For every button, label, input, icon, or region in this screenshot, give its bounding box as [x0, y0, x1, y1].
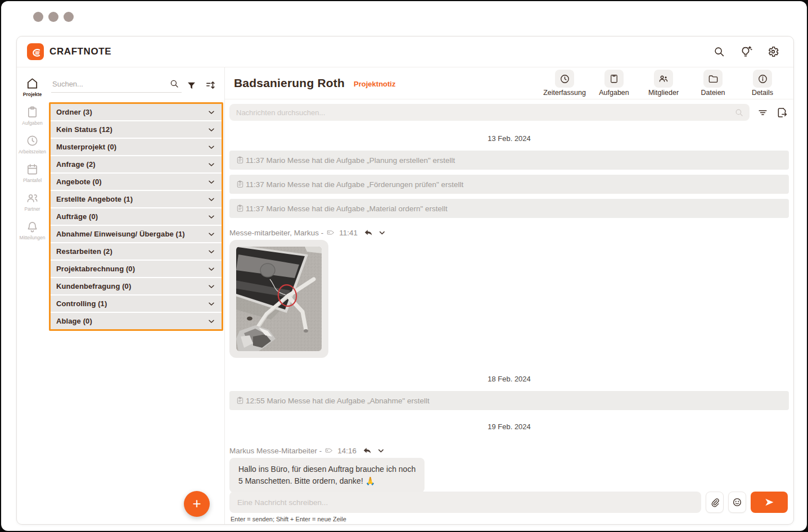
window-dot[interactable]	[64, 12, 74, 22]
chevron-down-icon	[207, 317, 216, 326]
folder-row-projektabrechnung[interactable]: Projektabrechnung (0)	[51, 261, 222, 277]
message-author: Messe-mitarbeiter, Markus -	[229, 229, 323, 237]
sidebar-item-mitteilungen[interactable]: Mitteilungen	[17, 220, 48, 240]
reply-icon[interactable]	[362, 445, 372, 456]
send-button[interactable]	[751, 492, 788, 513]
calendar-icon	[26, 162, 39, 176]
clock-icon	[26, 134, 39, 147]
plus-icon: +	[192, 496, 201, 511]
photo-attachment[interactable]	[229, 240, 328, 358]
folder-row-anfrage[interactable]: Anfrage (2)	[51, 156, 222, 172]
folder-row-ablage[interactable]: Ablage (0)	[51, 313, 222, 329]
folder-row-angebote[interactable]: Angebote (0)	[51, 174, 222, 190]
tag-icon	[325, 446, 334, 455]
project-detail-area: Badsanierung Roth Projektnotiz Zeiterfas…	[225, 67, 793, 524]
window-dot[interactable]	[33, 12, 43, 22]
emoji-button[interactable]	[728, 492, 746, 513]
sidebar-item-aufgaben[interactable]: Aufgaben	[17, 105, 48, 126]
folder-row-auftraege[interactable]: Aufträge (0)	[51, 208, 222, 225]
window-dot[interactable]	[48, 12, 58, 22]
date-separator: 19 Feb. 2024	[229, 422, 789, 431]
chevron-down-icon	[207, 247, 216, 256]
nav-item-label: Partner	[25, 206, 40, 212]
page-title: Badsanierung Roth	[234, 76, 345, 90]
chevron-down-icon[interactable]	[377, 447, 385, 455]
chevron-down-icon[interactable]	[378, 229, 386, 237]
nav-item-label: Plantafel	[23, 178, 42, 183]
whats-new-lightbulb-icon[interactable]	[739, 45, 753, 58]
home-icon	[26, 76, 39, 90]
message-text: Hallo ins Büro, für diesen Auftrag brauc…	[238, 463, 416, 475]
message-header: Messe-mitarbeiter, Markus - 11:41	[229, 228, 789, 238]
nav-item-label: Arbeitszeiten	[19, 149, 46, 154]
message-composer: Enter = senden; Shift + Enter = neue Zei…	[225, 489, 793, 524]
message-list[interactable]: 13 Feb. 2024 11:37 Mario Messe hat die A…	[225, 124, 793, 489]
chevron-down-icon	[207, 282, 216, 291]
message-time: 14:16	[337, 447, 356, 455]
folder-label: Projektabrechnung (0)	[56, 265, 135, 273]
folder-row-restarbeiten[interactable]: Restarbeiten (2)	[51, 243, 222, 260]
folder-label: Ordner (3)	[56, 108, 92, 116]
message-input-field[interactable]	[229, 492, 701, 513]
toolbar-details[interactable]: Details	[739, 70, 786, 97]
project-search-field[interactable]	[51, 79, 182, 93]
message-input[interactable]	[237, 498, 693, 507]
folder-label: Angebote (0)	[56, 178, 102, 186]
window-frame: CRAFTNOTE	[1, 1, 807, 531]
composer-hint: Enter = senden; Shift + Enter = neue Zei…	[231, 516, 788, 522]
message-search-field[interactable]	[229, 104, 750, 121]
toolbar-label: Dateien	[701, 89, 725, 97]
message-header: Markus Messe-Mitarbeiter - 14:16	[229, 445, 789, 456]
sidebar-item-plantafel[interactable]: Plantafel	[17, 162, 48, 183]
toolbar-label: Aufgaben	[599, 89, 629, 97]
window-controls	[33, 12, 74, 22]
project-subtitle: Projektnotiz	[354, 80, 395, 88]
filter-funnel-icon[interactable]	[182, 81, 201, 93]
filter-list-icon[interactable]	[757, 107, 768, 118]
toolbar-aufgaben[interactable]: Aufgaben	[591, 70, 637, 97]
toolbar-label: Mitglieder	[648, 89, 679, 97]
sidebar-item-arbeitszeiten[interactable]: Arbeitszeiten	[17, 134, 48, 154]
export-icon[interactable]	[776, 107, 788, 119]
search-icon	[734, 108, 744, 117]
chevron-down-icon	[207, 265, 216, 274]
toolbar-zeiterfassung[interactable]: Zeiterfassung	[541, 70, 588, 97]
sidebar-item-partner[interactable]: Partner	[17, 191, 48, 212]
sidebar-item-projekte[interactable]: Projekte	[17, 76, 48, 97]
system-message-text: 12:55 Mario Messe hat die Aufgabe „Abnah…	[246, 397, 430, 405]
folder-row-kundenbefragung[interactable]: Kundenbefragung (0)	[51, 278, 222, 294]
folder-row-abnahme[interactable]: Abnahme/ Einweisung/ Übergabe (1)	[51, 226, 222, 242]
reply-icon[interactable]	[363, 228, 373, 238]
task-clipboard-icon	[236, 180, 244, 188]
message-search-input[interactable]	[236, 108, 734, 117]
date-separator: 18 Feb. 2024	[229, 375, 789, 383]
folder-row-ordner[interactable]: Ordner (3)	[51, 104, 222, 120]
chevron-down-icon	[207, 299, 216, 308]
folder-label: Controlling (1)	[56, 299, 107, 308]
chevron-down-icon	[207, 178, 216, 187]
search-icon[interactable]	[712, 45, 726, 58]
folder-row-erstellte-angebote[interactable]: Erstellte Angebote (1)	[51, 191, 222, 207]
add-project-button[interactable]: +	[184, 491, 210, 517]
system-message-text: 11:37 Mario Messe hat die Aufgabe „Mater…	[246, 204, 448, 213]
folder-row-musterprojekt[interactable]: Musterprojekt (0)	[51, 139, 222, 155]
chevron-down-icon	[207, 230, 216, 239]
smiley-icon	[732, 497, 742, 507]
attachment-photo-monitor-stand	[236, 247, 322, 351]
settings-gear-icon[interactable]	[766, 45, 780, 58]
chevron-down-icon	[207, 143, 216, 152]
system-message: 11:37 Mario Messe hat die Aufgabe „Förde…	[229, 175, 789, 194]
chevron-down-icon	[207, 212, 216, 221]
folder-row-kein-status[interactable]: Kein Status (12)	[51, 121, 222, 138]
toolbar-dateien[interactable]: Dateien	[690, 70, 736, 97]
sort-icon[interactable]	[201, 80, 220, 93]
project-header: Badsanierung Roth Projektnotiz Zeiterfas…	[225, 67, 793, 99]
people-icon	[654, 70, 673, 88]
toolbar-label: Zeiterfassung	[543, 89, 586, 97]
attach-file-button[interactable]	[706, 492, 724, 513]
project-search-input[interactable]	[52, 80, 169, 88]
folder-row-controlling[interactable]: Controlling (1)	[51, 295, 222, 312]
folder-label: Ablage (0)	[56, 317, 92, 325]
toolbar-mitglieder[interactable]: Mitglieder	[640, 70, 687, 97]
nav-item-label: Mitteilungen	[20, 235, 46, 240]
